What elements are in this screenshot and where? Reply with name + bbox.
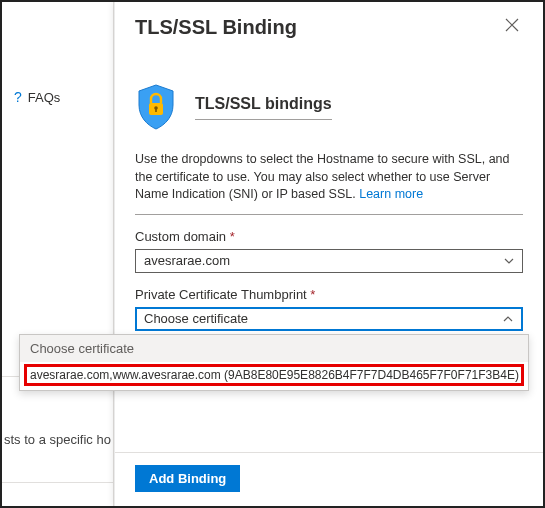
chevron-up-icon [503, 314, 513, 324]
learn-more-link[interactable]: Learn more [359, 187, 423, 201]
certificate-dropdown-listbox: Choose certificate avesrarae.com,www.ave… [19, 334, 529, 391]
certificate-option[interactable]: avesrarae.com,www.avesrarae.com (9AB8E80… [24, 364, 524, 386]
faqs-link[interactable]: ? FAQs [2, 81, 113, 113]
certificate-label-text: Private Certificate Thumbprint [135, 287, 307, 302]
question-icon: ? [14, 89, 22, 105]
custom-domain-label-text: Custom domain [135, 229, 226, 244]
background-page-left: ? FAQs sts to a specific ho [2, 2, 114, 506]
panel-description: Use the dropdowns to select the Hostname… [135, 151, 523, 215]
add-binding-button[interactable]: Add Binding [135, 465, 240, 492]
faqs-label: FAQs [28, 90, 61, 105]
background-row: ? FAQs [2, 81, 113, 377]
dropdown-group-header: Choose certificate [20, 335, 528, 362]
custom-domain-dropdown[interactable]: avesrarae.com [135, 249, 523, 273]
custom-domain-value: avesrarae.com [144, 253, 230, 268]
shield-lock-icon [135, 83, 177, 131]
certificate-value: Choose certificate [144, 311, 248, 326]
certificate-field: Private Certificate Thumbprint * Choose … [135, 287, 523, 331]
background-divider [2, 482, 114, 483]
required-asterisk: * [230, 229, 235, 244]
chevron-down-icon [504, 256, 514, 266]
custom-domain-field: Custom domain * avesrarae.com [135, 229, 523, 273]
svg-rect-2 [155, 108, 157, 112]
description-text: Use the dropdowns to select the Hostname… [135, 152, 510, 201]
certificate-dropdown[interactable]: Choose certificate [135, 307, 523, 331]
custom-domain-label: Custom domain * [135, 229, 523, 244]
panel-title: TLS/SSL Binding [135, 16, 297, 39]
bindings-header-row: TLS/SSL bindings [135, 83, 523, 131]
background-truncated-text: sts to a specific ho [2, 432, 111, 447]
close-icon[interactable] [501, 16, 523, 37]
panel-header: TLS/SSL Binding [135, 16, 523, 39]
required-asterisk: * [310, 287, 315, 302]
panel-footer: Add Binding [115, 452, 543, 506]
certificate-label: Private Certificate Thumbprint * [135, 287, 523, 302]
tls-ssl-binding-panel: TLS/SSL Binding TLS/SSL bindings Use the… [114, 2, 543, 506]
panel-subtitle: TLS/SSL bindings [195, 95, 332, 120]
